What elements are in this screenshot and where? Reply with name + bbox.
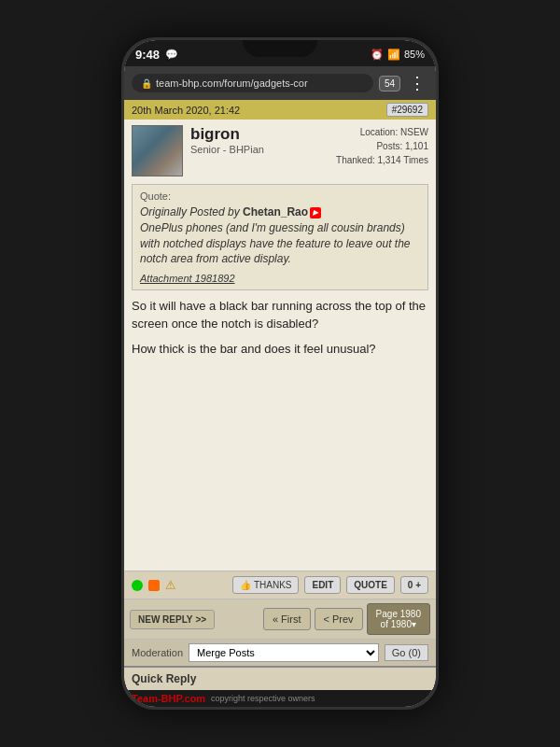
of-label: of 1980	[381, 619, 412, 629]
tab-badge[interactable]: 54	[379, 76, 400, 92]
post-text-2: How thick is the bar and does it feel un…	[132, 341, 428, 359]
avatar-image	[133, 126, 182, 176]
quote-content: Originally Posted by Chetan_Rao▶ OnePlus…	[140, 204, 420, 267]
attachment-link[interactable]: Attachment 1981892	[140, 273, 420, 284]
thumb-icon: 👍	[240, 580, 251, 590]
quote-block: Quote: Originally Posted by Chetan_Rao▶ …	[132, 184, 428, 290]
user-location: Location: NSEW	[336, 125, 428, 139]
quote-prefix: Originally Posted by	[140, 205, 243, 218]
mod-select[interactable]: Merge Posts	[189, 643, 379, 662]
screen: 9:48 💬 ⏰ 📶 85% 🔒 team-bhp.com/forum/gadg…	[124, 40, 436, 707]
user-posts: Posts: 1,101	[336, 139, 428, 153]
user-details: bigron Senior - BHPian	[190, 125, 329, 176]
new-reply-label: NEW REPLY	[138, 614, 193, 625]
nav-row: NEW REPLY >> « First < Prev Page 1980 of…	[124, 599, 436, 639]
edit-button[interactable]: EDIT	[304, 576, 341, 594]
plus-button[interactable]: 0 +	[400, 576, 428, 594]
orange-square	[148, 580, 160, 591]
page-label: Page 1980	[376, 609, 421, 619]
quote-author[interactable]: Chetan_Rao	[243, 205, 308, 218]
brand-name: Team-BHP.com	[132, 693, 205, 704]
new-reply-button[interactable]: NEW REPLY >>	[130, 610, 215, 629]
quote-icon: ▶	[310, 207, 321, 218]
url-text: team-bhp.com/forum/gadgets-cor	[156, 78, 308, 89]
action-bar: ⚠ 👍 THANKS EDIT QUOTE 0 +	[124, 571, 436, 599]
alarm-icon: ⏰	[371, 49, 384, 61]
post-number: #29692	[386, 103, 428, 117]
url-bar[interactable]: 🔒 team-bhp.com/forum/gadgets-cor	[132, 74, 373, 92]
mod-label: Moderation	[132, 647, 183, 658]
battery-text: 85%	[404, 49, 425, 60]
content-area: 20th March 2020, 21:42 #29692 bigron Sen…	[124, 100, 436, 690]
notch	[243, 40, 317, 57]
mod-go-button[interactable]: Go (0)	[385, 644, 428, 661]
mod-row: Moderation Merge Posts Go (0)	[124, 639, 436, 666]
whatsapp-icon: 💬	[165, 49, 178, 61]
brand-sub: copyright respective owners	[211, 694, 315, 703]
status-left: 9:48 💬	[135, 48, 178, 62]
status-time: 9:48	[135, 48, 160, 62]
bottom-brand: Team-BHP.com copyright respective owners	[124, 690, 436, 707]
lock-icon: 🔒	[141, 78, 152, 89]
username[interactable]: bigron	[190, 125, 329, 144]
warning-icon: ⚠	[165, 578, 176, 592]
prev-button[interactable]: < Prev	[315, 608, 363, 630]
thanks-label: THANKS	[254, 580, 292, 590]
phone-frame: 9:48 💬 ⏰ 📶 85% 🔒 team-bhp.com/forum/gadg…	[121, 37, 439, 710]
thanks-button[interactable]: 👍 THANKS	[232, 576, 300, 594]
quick-reply-label: Quick Reply	[132, 672, 196, 685]
nav-buttons: « First < Prev Page 1980 of 1980▾	[263, 603, 430, 635]
avatar	[132, 125, 183, 176]
user-info-row: bigron Senior - BHPian Location: NSEW Po…	[132, 125, 428, 176]
user-meta: Location: NSEW Posts: 1,101 Thanked: 1,3…	[336, 125, 428, 176]
green-dot	[132, 580, 143, 591]
quick-reply-bar[interactable]: Quick Reply	[124, 666, 436, 690]
status-right: ⏰ 📶 85%	[371, 49, 425, 61]
user-thanked: Thanked: 1,314 Times	[336, 153, 428, 167]
post-date: 20th March 2020, 21:42	[132, 105, 240, 116]
quote-label: Quote:	[140, 190, 420, 202]
quote-button[interactable]: QUOTE	[346, 576, 395, 594]
new-reply-arrow: >>	[196, 614, 207, 625]
page-info[interactable]: Page 1980 of 1980▾	[367, 603, 430, 635]
battery-icon: 📶	[387, 49, 400, 61]
user-rank: Senior - BHPian	[190, 144, 329, 155]
post-body: bigron Senior - BHPian Location: NSEW Po…	[124, 120, 436, 571]
browser-bar: 🔒 team-bhp.com/forum/gadgets-cor 54 ⋮	[124, 66, 436, 100]
menu-dots[interactable]: ⋮	[406, 73, 428, 93]
quote-text: OnePlus phones (and I'm guessing all cou…	[140, 221, 411, 266]
first-button[interactable]: « First	[263, 608, 311, 630]
post-header: 20th March 2020, 21:42 #29692	[124, 100, 436, 120]
post-text-1: So it will have a black bar running acro…	[132, 298, 428, 333]
